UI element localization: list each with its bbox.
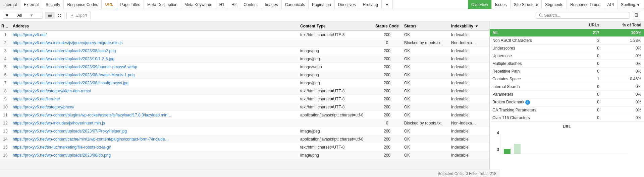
col-header-address[interactable]: Address: [11, 24, 298, 28]
cell-address: https://proxyv6.net/wp-content/uploads/2…: [11, 153, 298, 158]
cell-address: https://proxyv6.net/tin-tuc/marketing/fi…: [11, 145, 298, 150]
summary-row[interactable]: Broken Bookmarki 0 0%: [490, 98, 644, 106]
summary-row[interactable]: Multiple Slashes 0 0%: [490, 60, 644, 68]
cell-indexability: Indexable: [449, 153, 489, 158]
svg-rect-18: [514, 144, 521, 154]
list-view-button[interactable]: [45, 12, 55, 19]
right-tab-issues[interactable]: Issues: [492, 0, 511, 9]
col-header-status[interactable]: Status: [402, 24, 449, 28]
tab-images[interactable]: Images: [261, 0, 281, 9]
summary-cell-urls: 0: [575, 83, 602, 91]
tab-canonicals[interactable]: Canonicals: [282, 0, 309, 9]
cell-address: https://proxyv6.net/wp-content/uploads/2…: [11, 57, 298, 61]
filter-dropdown[interactable]: ▼ All ▼: [3, 12, 43, 19]
cell-row-num: 4: [0, 57, 11, 61]
summary-row[interactable]: Internal Search 0 0%: [490, 83, 644, 91]
tab-security[interactable]: Security: [42, 0, 64, 9]
table-row[interactable]: 11 https://proxyv6.net/wp-content/plugin…: [0, 111, 489, 119]
table-row[interactable]: 10 https://proxyv6.net/category/proxy/ t…: [0, 103, 489, 111]
cell-row-num: 9: [0, 97, 11, 101]
svg-rect-4: [60, 14, 61, 15]
right-tab-spelling[interactable]: Spelling ▼: [618, 0, 644, 9]
table-row[interactable]: 12 https://proxyv6.net/wp-includes/js/ho…: [0, 119, 489, 127]
table-row[interactable]: 8 https://proxyv6.net/category/kiem-tien…: [0, 87, 489, 95]
table-row[interactable]: 16 https://proxyv6.net/wp-content/upload…: [0, 151, 489, 159]
cell-content-type: image/jpeg: [298, 129, 372, 134]
export-button[interactable]: Export: [66, 12, 91, 19]
tab-internal[interactable]: Internal: [0, 0, 20, 9]
summary-row[interactable]: GA Tracking Parameters 0 0%: [490, 106, 644, 114]
search-input[interactable]: [544, 13, 627, 18]
col-header-content[interactable]: Content Type: [298, 24, 372, 28]
summary-row[interactable]: Uppercase 0 0%: [490, 52, 644, 60]
right-tab-overview[interactable]: Overview: [468, 0, 492, 9]
search-bar[interactable]: [536, 12, 630, 19]
col-header-indexability[interactable]: Indexability ▼: [449, 24, 489, 28]
summary-row[interactable]: Repetitive Path 0 0%: [490, 68, 644, 75]
table-row[interactable]: 1 https://proxyv6.net/ text/html; charse…: [0, 31, 489, 39]
table-row[interactable]: 2 https://proxyv6.net/wp-includes/js/jqu…: [0, 39, 489, 47]
summary-col-urls: URLs: [575, 21, 602, 29]
chart-y-4: 4: [497, 130, 499, 135]
chart-y-axis: 4 3: [492, 130, 499, 152]
table-row[interactable]: 15 https://proxyv6.net/tin-tuc/marketing…: [0, 143, 489, 151]
cell-status: OK: [402, 145, 449, 150]
cell-indexability: Indexable: [449, 105, 489, 109]
tab-h1[interactable]: H1: [216, 0, 228, 9]
summary-row[interactable]: Over 115 Characters 0 0%: [490, 114, 644, 121]
info-icon[interactable]: i: [525, 100, 530, 105]
right-tab-site-structure[interactable]: Site Structure: [511, 0, 542, 9]
table-row[interactable]: 14 https://proxyv6.net/wp-content/cache/…: [0, 135, 489, 143]
summary-row[interactable]: Parameters 0 0%: [490, 91, 644, 98]
right-tab-api[interactable]: API: [604, 0, 618, 9]
cell-content-type: application/javascript; charset=utf-8: [298, 113, 372, 117]
table-row[interactable]: 13 https://proxyv6.net/wp-content/upload…: [0, 127, 489, 135]
table-row[interactable]: 7 https://proxyv6.net/wp-content/uploads…: [0, 79, 489, 87]
col-header-indexability-label: Indexability: [451, 24, 473, 28]
cell-row-num: 5: [0, 65, 11, 69]
tab-url[interactable]: URL: [102, 0, 117, 9]
tab-hreflang[interactable]: Hreflang: [359, 0, 381, 9]
summary-row[interactable]: Contains Space 1 0.46%: [490, 75, 644, 83]
table-row[interactable]: 5 https://proxyv6.net/wp-content/uploads…: [0, 63, 489, 71]
tab-response-codes[interactable]: Response Codes: [64, 0, 102, 9]
tab-content[interactable]: Content: [240, 0, 261, 9]
filter-icon: ▼: [5, 13, 16, 18]
table-row[interactable]: 3 https://proxyv6.net/wp-content/uploads…: [0, 47, 489, 55]
tab-directives[interactable]: Directives: [335, 0, 360, 9]
grid-view-button[interactable]: [55, 12, 64, 19]
cell-status-code: 200: [372, 65, 402, 69]
col-header-status-code[interactable]: Status Code: [372, 24, 402, 28]
cell-row-num: 1: [0, 32, 11, 37]
advanced-filter-button[interactable]: [632, 11, 641, 19]
summary-row[interactable]: All 217 100%: [490, 29, 644, 37]
summary-cell-pct: 0%: [602, 52, 644, 60]
cell-content-type: text/html; charset=UTF-8: [298, 89, 372, 93]
tab-meta-keywords[interactable]: Meta Keywords: [181, 0, 216, 9]
tab-external[interactable]: External: [20, 0, 42, 9]
cell-content-type: text/html; charset=UTF-8: [298, 32, 372, 37]
summary-row[interactable]: Underscores 0 0%: [490, 45, 644, 52]
tab-h2[interactable]: H2: [228, 0, 240, 9]
right-tab-segments[interactable]: Segments: [542, 0, 567, 9]
cell-address: https://proxyv6.net/wp-content/uploads/2…: [11, 129, 298, 134]
main-area: Row Address Content Type Status Code Sta…: [0, 21, 644, 177]
cell-content-type: text/html; charset=UTF-8: [298, 105, 372, 109]
tab-pagination[interactable]: Pagination: [309, 0, 335, 9]
table-row[interactable]: 6 https://proxyv6.net/wp-content/uploads…: [0, 71, 489, 79]
cell-status: OK: [402, 89, 449, 93]
right-tab-response-times[interactable]: Response Times: [567, 0, 604, 9]
summary-cell-urls: 217: [575, 29, 602, 37]
cell-address: https://proxyv6.net/wp-content/cache/min…: [11, 137, 298, 142]
chart-y-3: 3: [497, 147, 499, 152]
dropdown-arrow-icon: ▼: [30, 13, 41, 18]
summary-cell-label: Non ASCII Characters: [490, 37, 575, 45]
tab-more[interactable]: ▼: [382, 0, 393, 9]
table-row[interactable]: 9 https://proxyv6.net/lien-he/ text/html…: [0, 95, 489, 103]
tab-meta-description[interactable]: Meta Description: [144, 0, 181, 9]
summary-row[interactable]: Non ASCII Characters 3 1.38%: [490, 37, 644, 45]
svg-point-14: [636, 16, 637, 17]
tab-page-titles[interactable]: Page Titles: [117, 0, 144, 9]
table-row[interactable]: 4 https://proxyv6.net/wp-content/uploads…: [0, 55, 489, 63]
cell-status: OK: [402, 97, 449, 101]
